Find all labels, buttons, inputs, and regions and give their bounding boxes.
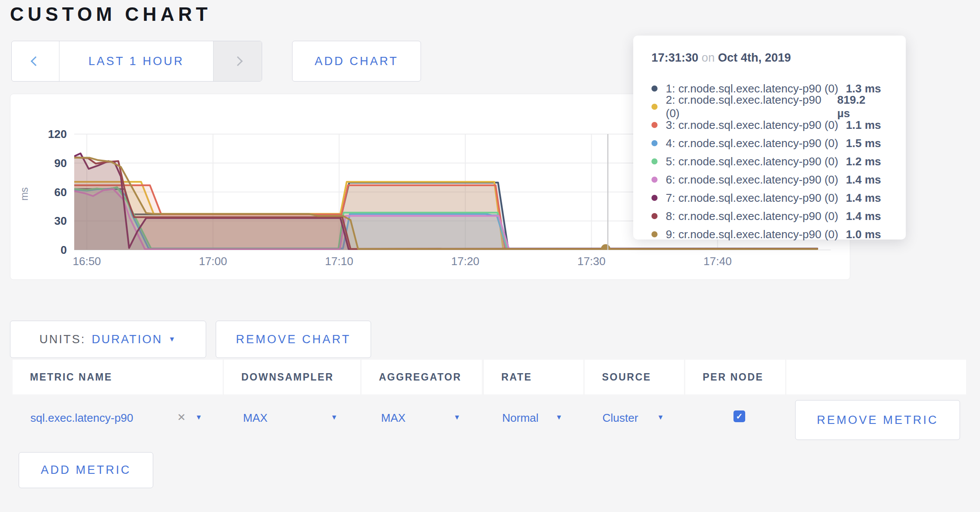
svg-text:120: 120 <box>48 128 67 141</box>
add-chart-button[interactable]: ADD CHART <box>292 41 421 82</box>
per-node-checkbox[interactable]: ✓ <box>733 410 745 422</box>
remove-metric-button[interactable]: REMOVE METRIC <box>795 400 960 440</box>
svg-text:16:50: 16:50 <box>73 255 101 268</box>
tooltip-series-row: 4: cr.node.sql.exec.latency-p90 (0)1.5 m… <box>651 134 881 152</box>
svg-text:0: 0 <box>61 243 67 256</box>
series-dot-icon <box>651 122 658 128</box>
series-dot-icon <box>651 213 658 219</box>
caret-down-icon[interactable]: ▼ <box>657 414 664 421</box>
header-metric-name: METRIC NAME <box>13 360 223 394</box>
series-label: 5: cr.node.sql.exec.latency-p90 (0) <box>666 155 838 168</box>
series-value: 1.4 ms <box>846 191 881 205</box>
header-downsampler: DOWNSAMPLER <box>224 360 360 394</box>
header-source: SOURCE <box>585 360 684 394</box>
series-value: 1.4 ms <box>846 210 881 223</box>
series-value: 819.2 µs <box>837 93 881 120</box>
units-label: UNITS: <box>39 333 86 346</box>
header-actions <box>786 360 966 394</box>
series-dot-icon <box>651 104 658 110</box>
series-dot-icon <box>651 85 658 92</box>
series-label: 9: cr.node.sql.exec.latency-p90 (0) <box>666 228 838 241</box>
time-window-selector: LAST 1 HOUR <box>11 41 262 82</box>
series-value: 1.1 ms <box>846 118 881 132</box>
svg-text:17:40: 17:40 <box>704 255 732 268</box>
svg-text:60: 60 <box>54 186 67 199</box>
tooltip-series-row: 7: cr.node.sql.exec.latency-p90 (0)1.4 m… <box>651 189 881 207</box>
aggregator-select[interactable]: MAX <box>381 411 405 425</box>
series-label: 3: cr.node.sql.exec.latency-p90 (0) <box>666 118 838 132</box>
rate-select[interactable]: Normal <box>502 411 539 425</box>
tooltip-date: Oct 4th, 2019 <box>718 51 791 64</box>
caret-down-icon[interactable]: ▼ <box>556 414 562 421</box>
svg-text:ms: ms <box>19 187 30 201</box>
time-window-label[interactable]: LAST 1 HOUR <box>59 41 213 81</box>
series-dot-icon <box>651 177 658 183</box>
downsampler-select[interactable]: MAX <box>243 411 267 425</box>
tooltip-series-row: 6: cr.node.sql.exec.latency-p90 (0)1.4 m… <box>651 171 881 189</box>
header-aggregator: AGGREGATOR <box>362 360 482 394</box>
chevron-left-icon <box>30 56 40 66</box>
svg-text:17:00: 17:00 <box>199 255 227 268</box>
series-dot-icon <box>651 140 658 146</box>
tooltip-series-row: 5: cr.node.sql.exec.latency-p90 (0)1.2 m… <box>651 152 881 171</box>
caret-down-icon[interactable]: ▼ <box>454 414 460 421</box>
svg-text:30: 30 <box>54 214 67 227</box>
close-icon[interactable]: ✕ <box>177 411 186 423</box>
units-value: DURATION <box>92 333 162 346</box>
svg-text:17:20: 17:20 <box>451 255 480 268</box>
series-label: 8: cr.node.sql.exec.latency-p90 (0) <box>666 210 838 223</box>
check-icon: ✓ <box>736 411 743 421</box>
tooltip-timestamp: 17:31:30 on Oct 4th, 2019 <box>651 51 791 65</box>
tooltip-on-word: on <box>702 51 715 64</box>
source-select[interactable]: Cluster <box>602 411 638 425</box>
custom-chart-page: CUSTOM CHART LAST 1 HOUR ADD CHART 03060… <box>0 0 980 512</box>
caret-down-icon: ▼ <box>168 335 177 343</box>
series-label: 7: cr.node.sql.exec.latency-p90 (0) <box>666 191 838 205</box>
series-label: 6: cr.node.sql.exec.latency-p90 (0) <box>666 173 838 187</box>
tooltip-series-row: 9: cr.node.sql.exec.latency-p90 (0)1.0 m… <box>651 225 881 243</box>
svg-text:17:30: 17:30 <box>577 255 605 268</box>
series-label: 2: cr.node.sql.exec.latency-p90 (0) <box>666 93 837 120</box>
caret-down-icon[interactable]: ▼ <box>195 414 202 421</box>
series-value: 1.2 ms <box>846 155 881 168</box>
header-rate: RATE <box>484 360 583 394</box>
tooltip-time: 17:31:30 <box>651 51 698 64</box>
tooltip-series-row: 2: cr.node.sql.exec.latency-p90 (0)819.2… <box>651 98 881 116</box>
remove-chart-button[interactable]: REMOVE CHART <box>216 321 371 358</box>
series-dot-icon <box>651 158 658 164</box>
units-dropdown[interactable]: UNITS: DURATION ▼ <box>10 321 206 358</box>
svg-text:90: 90 <box>54 157 67 170</box>
series-dot-icon <box>651 231 658 237</box>
add-metric-button[interactable]: ADD METRIC <box>19 452 153 488</box>
series-label: 4: cr.node.sql.exec.latency-p90 (0) <box>666 137 838 150</box>
svg-text:17:10: 17:10 <box>325 255 353 268</box>
chevron-right-icon <box>233 56 243 66</box>
header-per-node: PER NODE <box>685 360 785 394</box>
metric-name-select[interactable]: sql.exec.latency-p90 <box>30 411 133 425</box>
series-value: 1.0 ms <box>846 228 881 241</box>
series-value: 1.4 ms <box>846 173 881 187</box>
tooltip-series-row: 3: cr.node.sql.exec.latency-p90 (0)1.1 m… <box>651 116 881 134</box>
chart-hover-tooltip: 17:31:30 on Oct 4th, 2019 1: cr.node.sql… <box>633 36 906 240</box>
time-window-prev-button[interactable] <box>12 41 59 81</box>
series-dot-icon <box>651 195 658 201</box>
time-window-next-button[interactable] <box>213 41 262 81</box>
series-value: 1.5 ms <box>846 137 881 150</box>
tooltip-series-row: 8: cr.node.sql.exec.latency-p90 (0)1.4 m… <box>651 207 881 225</box>
caret-down-icon[interactable]: ▼ <box>331 414 338 421</box>
page-title: CUSTOM CHART <box>10 3 211 25</box>
tooltip-series-list: 1: cr.node.sql.exec.latency-p90 (0)1.3 m… <box>651 79 881 243</box>
